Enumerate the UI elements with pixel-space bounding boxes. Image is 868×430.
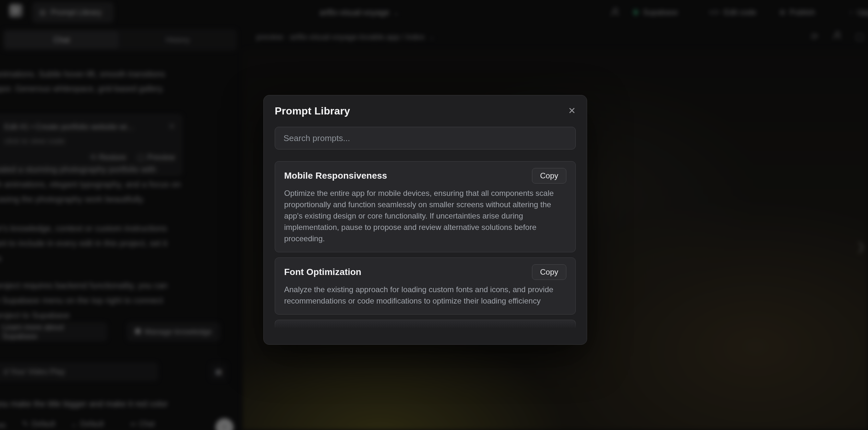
copy-button[interactable]: Copy	[532, 168, 566, 184]
close-icon[interactable]: ✕	[568, 106, 576, 116]
prompt-title: Mobile Responsiveness	[284, 171, 387, 181]
prompt-title: Font Optimization	[284, 267, 361, 277]
prompt-card: Mobile Responsiveness Copy Optimize the …	[275, 161, 576, 252]
search-input[interactable]	[275, 127, 576, 150]
copy-button[interactable]: Copy	[532, 264, 566, 280]
prompt-card: Font Optimization Copy Analyze the exist…	[275, 257, 576, 314]
prompt-description: Analyze the existing approach for loadin…	[284, 284, 566, 306]
modal-title: Prompt Library	[275, 105, 350, 117]
prompt-library-modal: Prompt Library ✕ Mobile Responsiveness C…	[264, 95, 587, 345]
prompt-list: Mobile Responsiveness Copy Optimize the …	[275, 161, 576, 328]
prompt-description: Optimize the entire app for mobile devic…	[284, 187, 566, 244]
scroll-fade	[274, 322, 577, 329]
